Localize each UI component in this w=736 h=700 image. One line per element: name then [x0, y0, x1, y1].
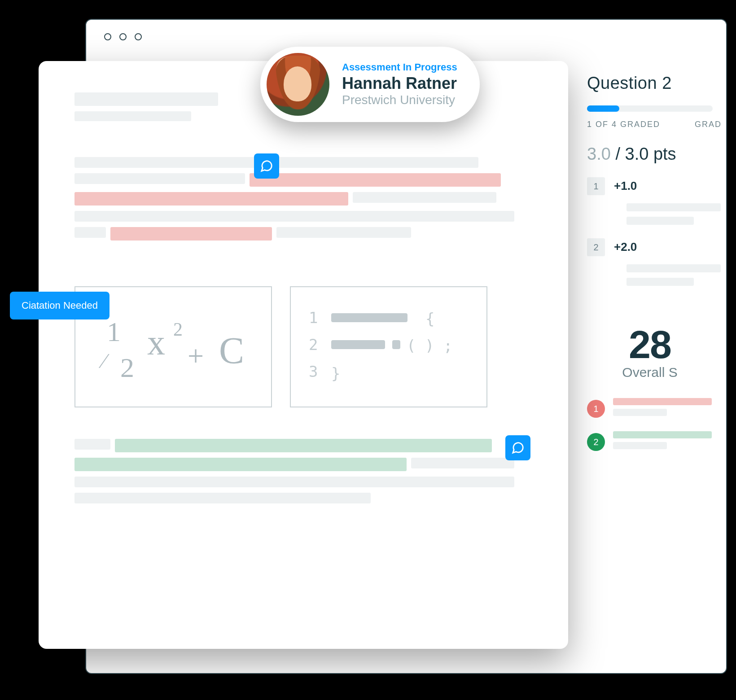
citation-needed-chip[interactable]: Ciatation Needed: [10, 292, 110, 319]
grading-progress-bar: [587, 105, 713, 112]
overall-score: 28 Overall S: [587, 322, 713, 380]
svg-text:x: x: [147, 323, 165, 362]
legend-circle-red: 1: [587, 400, 605, 418]
svg-text:( ) ;: ( ) ;: [407, 337, 452, 354]
score-total: 3.0 pts: [625, 144, 676, 163]
window-controls: [104, 33, 142, 40]
comment-button[interactable]: [254, 153, 279, 179]
comment-button[interactable]: [505, 435, 530, 460]
comment-icon: [511, 441, 525, 455]
legend-item[interactable]: 2: [587, 431, 726, 453]
student-name: Hannah Ratner: [342, 74, 457, 93]
score-line: 3.0 / 3.0 pts: [587, 144, 726, 164]
legend-bars: [613, 398, 726, 420]
rubric-delta: +1.0: [614, 179, 637, 193]
svg-text:⁄: ⁄: [98, 350, 110, 372]
document-card: 1 ⁄ 2 x 2 + C 1 { 2 ( ) ; 3 }: [39, 61, 568, 649]
svg-text:+: +: [188, 340, 204, 372]
progress-label-left: 1 OF 4 GRADED: [587, 120, 660, 129]
student-university: Prestwich University: [342, 93, 457, 107]
assessment-status: Assessment In Progress: [342, 61, 457, 73]
legend-circle-green: 2: [587, 433, 605, 451]
question-title: Question 2: [587, 74, 726, 93]
progress-label-right: GRAD: [695, 120, 722, 129]
window-control-dot[interactable]: [119, 33, 127, 40]
student-avatar: [267, 53, 329, 116]
student-meta: Assessment In Progress Hannah Ratner Pre…: [342, 61, 457, 107]
svg-text:1: 1: [107, 316, 121, 347]
rubric-item[interactable]: 2 +2.0: [587, 238, 726, 256]
score-sep: /: [611, 144, 625, 163]
svg-text:{: {: [425, 310, 434, 328]
overall-score-value: 28: [587, 322, 713, 368]
legend-item[interactable]: 1: [587, 398, 726, 420]
svg-rect-11: [331, 340, 385, 349]
rubric-item[interactable]: 1 +1.0: [587, 177, 726, 195]
rubric-description-placeholder: [626, 264, 726, 286]
attachment-row: 1 ⁄ 2 x 2 + C 1 { 2 ( ) ; 3 }: [74, 286, 532, 407]
window-control-dot[interactable]: [135, 33, 142, 40]
rubric-number: 2: [587, 238, 605, 256]
svg-text:2: 2: [120, 352, 134, 383]
rubric-description-placeholder: [626, 203, 726, 225]
svg-text:2: 2: [309, 336, 318, 354]
overall-score-label: Overall S: [587, 365, 713, 380]
rubric-number: 1: [587, 177, 605, 195]
svg-text:1: 1: [309, 309, 318, 327]
comment-icon: [260, 159, 273, 173]
student-pill[interactable]: Assessment In Progress Hannah Ratner Pre…: [260, 47, 480, 122]
score-earned: 3.0: [587, 144, 611, 163]
grading-panel: Question 2 1 OF 4 GRADED GRAD 3.0 / 3.0 …: [587, 60, 726, 643]
svg-text:3: 3: [309, 363, 318, 381]
rubric-list: 1 +1.0 2 +2.0: [587, 177, 726, 286]
rubric-delta: +2.0: [614, 240, 637, 254]
code-attachment[interactable]: 1 { 2 ( ) ; 3 }: [290, 286, 487, 407]
progress-labels: 1 OF 4 GRADED GRAD: [587, 120, 722, 129]
svg-text:C: C: [219, 330, 244, 372]
window-control-dot[interactable]: [104, 33, 111, 40]
svg-rect-8: [331, 313, 407, 322]
legend-bars: [613, 431, 726, 453]
svg-text:}: }: [331, 364, 340, 382]
svg-rect-12: [392, 340, 400, 349]
svg-text:2: 2: [173, 319, 183, 340]
grading-progress-fill: [587, 105, 619, 112]
